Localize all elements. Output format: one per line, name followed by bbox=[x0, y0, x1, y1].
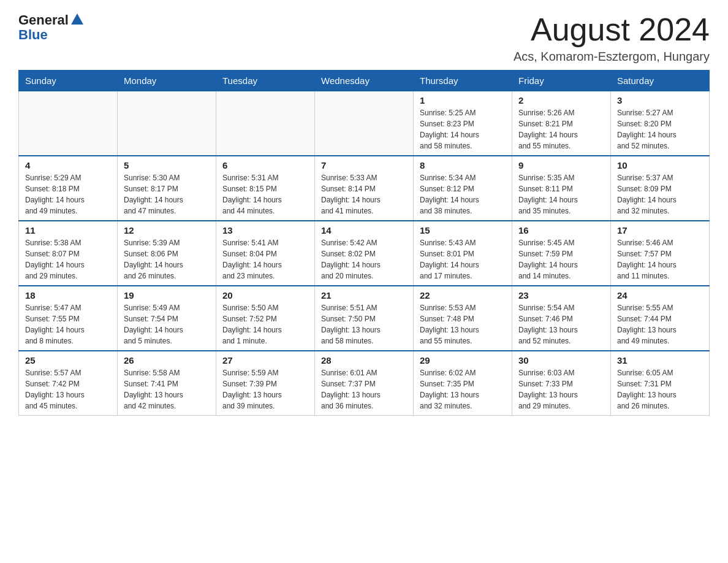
day-number: 5 bbox=[124, 160, 210, 170]
col-header-monday: Monday bbox=[118, 71, 216, 91]
day-number: 6 bbox=[222, 160, 308, 170]
day-number: 31 bbox=[617, 355, 703, 366]
day-info: Sunrise: 5:53 AMSunset: 7:48 PMDaylight:… bbox=[420, 302, 506, 347]
day-info: Sunrise: 5:45 AMSunset: 7:59 PMDaylight:… bbox=[518, 237, 604, 282]
logo: General Blue bbox=[18, 12, 83, 43]
calendar-week-row: 25Sunrise: 5:57 AMSunset: 7:42 PMDayligh… bbox=[19, 351, 710, 416]
calendar-cell bbox=[19, 91, 118, 156]
day-number: 23 bbox=[518, 290, 604, 301]
day-info: Sunrise: 5:43 AMSunset: 8:01 PMDaylight:… bbox=[420, 237, 506, 282]
day-info: Sunrise: 5:31 AMSunset: 8:15 PMDaylight:… bbox=[222, 172, 308, 216]
day-number: 24 bbox=[617, 290, 703, 301]
day-info: Sunrise: 5:41 AMSunset: 8:04 PMDaylight:… bbox=[222, 237, 308, 282]
day-info: Sunrise: 5:47 AMSunset: 7:55 PMDaylight:… bbox=[25, 302, 111, 347]
col-header-saturday: Saturday bbox=[611, 71, 710, 91]
calendar-cell: 2Sunrise: 5:26 AMSunset: 8:21 PMDaylight… bbox=[512, 91, 611, 156]
calendar-cell: 22Sunrise: 5:53 AMSunset: 7:48 PMDayligh… bbox=[414, 286, 512, 351]
day-number: 10 bbox=[617, 160, 703, 170]
day-info: Sunrise: 5:35 AMSunset: 8:11 PMDaylight:… bbox=[518, 172, 604, 216]
day-info: Sunrise: 5:38 AMSunset: 8:07 PMDaylight:… bbox=[25, 237, 111, 282]
day-info: Sunrise: 5:29 AMSunset: 8:18 PMDaylight:… bbox=[25, 172, 111, 216]
day-info: Sunrise: 5:30 AMSunset: 8:17 PMDaylight:… bbox=[124, 172, 210, 216]
calendar-cell: 11Sunrise: 5:38 AMSunset: 8:07 PMDayligh… bbox=[19, 221, 118, 286]
day-number: 29 bbox=[420, 355, 506, 366]
calendar-cell: 7Sunrise: 5:33 AMSunset: 8:14 PMDaylight… bbox=[315, 156, 414, 221]
day-info: Sunrise: 5:46 AMSunset: 7:57 PMDaylight:… bbox=[617, 237, 703, 282]
calendar-cell: 19Sunrise: 5:49 AMSunset: 7:54 PMDayligh… bbox=[118, 286, 216, 351]
logo-triangle-icon bbox=[71, 13, 83, 25]
calendar-cell: 6Sunrise: 5:31 AMSunset: 8:15 PMDaylight… bbox=[216, 156, 315, 221]
calendar-cell: 10Sunrise: 5:37 AMSunset: 8:09 PMDayligh… bbox=[611, 156, 710, 221]
col-header-sunday: Sunday bbox=[19, 71, 118, 91]
day-info: Sunrise: 5:27 AMSunset: 8:20 PMDaylight:… bbox=[617, 107, 703, 151]
calendar-cell: 16Sunrise: 5:45 AMSunset: 7:59 PMDayligh… bbox=[512, 221, 611, 286]
logo-general-text: General bbox=[18, 12, 83, 28]
calendar-cell: 17Sunrise: 5:46 AMSunset: 7:57 PMDayligh… bbox=[611, 221, 710, 286]
calendar-cell: 8Sunrise: 5:34 AMSunset: 8:12 PMDaylight… bbox=[414, 156, 512, 221]
day-info: Sunrise: 5:39 AMSunset: 8:06 PMDaylight:… bbox=[124, 237, 210, 282]
day-info: Sunrise: 5:58 AMSunset: 7:41 PMDaylight:… bbox=[124, 367, 210, 412]
calendar-cell bbox=[118, 91, 216, 156]
title-block: August 2024 Acs, Komarom-Esztergom, Hung… bbox=[514, 12, 710, 64]
calendar-cell: 4Sunrise: 5:29 AMSunset: 8:18 PMDaylight… bbox=[19, 156, 118, 221]
day-number: 22 bbox=[420, 290, 506, 301]
day-info: Sunrise: 5:50 AMSunset: 7:52 PMDaylight:… bbox=[222, 302, 308, 347]
day-number: 14 bbox=[321, 225, 407, 236]
calendar-cell: 23Sunrise: 5:54 AMSunset: 7:46 PMDayligh… bbox=[512, 286, 611, 351]
day-number: 4 bbox=[25, 160, 111, 170]
calendar-week-row: 11Sunrise: 5:38 AMSunset: 8:07 PMDayligh… bbox=[19, 221, 710, 286]
calendar-cell: 27Sunrise: 5:59 AMSunset: 7:39 PMDayligh… bbox=[216, 351, 315, 416]
day-number: 7 bbox=[321, 160, 407, 170]
day-number: 2 bbox=[518, 95, 604, 105]
calendar-week-row: 1Sunrise: 5:25 AMSunset: 8:23 PMDaylight… bbox=[19, 91, 710, 156]
calendar-cell: 30Sunrise: 6:03 AMSunset: 7:33 PMDayligh… bbox=[512, 351, 611, 416]
calendar-subtitle: Acs, Komarom-Esztergom, Hungary bbox=[514, 50, 710, 64]
calendar-cell bbox=[216, 91, 315, 156]
day-number: 25 bbox=[25, 355, 111, 366]
calendar-cell: 20Sunrise: 5:50 AMSunset: 7:52 PMDayligh… bbox=[216, 286, 315, 351]
day-number: 18 bbox=[25, 290, 111, 301]
col-header-friday: Friday bbox=[512, 71, 611, 91]
col-header-wednesday: Wednesday bbox=[315, 71, 414, 91]
calendar-cell: 18Sunrise: 5:47 AMSunset: 7:55 PMDayligh… bbox=[19, 286, 118, 351]
calendar-cell: 1Sunrise: 5:25 AMSunset: 8:23 PMDaylight… bbox=[414, 91, 512, 156]
calendar-header-row: SundayMondayTuesdayWednesdayThursdayFrid… bbox=[19, 71, 710, 91]
day-number: 30 bbox=[518, 355, 604, 366]
calendar-week-row: 18Sunrise: 5:47 AMSunset: 7:55 PMDayligh… bbox=[19, 286, 710, 351]
day-number: 16 bbox=[518, 225, 604, 236]
calendar-cell: 15Sunrise: 5:43 AMSunset: 8:01 PMDayligh… bbox=[414, 221, 512, 286]
day-number: 15 bbox=[420, 225, 506, 236]
calendar-cell: 29Sunrise: 6:02 AMSunset: 7:35 PMDayligh… bbox=[414, 351, 512, 416]
calendar-cell: 9Sunrise: 5:35 AMSunset: 8:11 PMDaylight… bbox=[512, 156, 611, 221]
day-info: Sunrise: 5:54 AMSunset: 7:46 PMDaylight:… bbox=[518, 302, 604, 347]
day-info: Sunrise: 6:02 AMSunset: 7:35 PMDaylight:… bbox=[420, 367, 506, 412]
calendar-title: August 2024 bbox=[514, 12, 710, 47]
day-info: Sunrise: 5:25 AMSunset: 8:23 PMDaylight:… bbox=[420, 107, 506, 151]
day-number: 17 bbox=[617, 225, 703, 236]
day-info: Sunrise: 5:55 AMSunset: 7:44 PMDaylight:… bbox=[617, 302, 703, 347]
day-number: 20 bbox=[222, 290, 308, 301]
calendar-cell: 14Sunrise: 5:42 AMSunset: 8:02 PMDayligh… bbox=[315, 221, 414, 286]
day-info: Sunrise: 5:34 AMSunset: 8:12 PMDaylight:… bbox=[420, 172, 506, 216]
day-number: 28 bbox=[321, 355, 407, 366]
calendar-cell: 5Sunrise: 5:30 AMSunset: 8:17 PMDaylight… bbox=[118, 156, 216, 221]
calendar-cell: 24Sunrise: 5:55 AMSunset: 7:44 PMDayligh… bbox=[611, 286, 710, 351]
calendar-cell: 3Sunrise: 5:27 AMSunset: 8:20 PMDaylight… bbox=[611, 91, 710, 156]
col-header-tuesday: Tuesday bbox=[216, 71, 315, 91]
calendar-table: SundayMondayTuesdayWednesdayThursdayFrid… bbox=[18, 70, 710, 416]
day-info: Sunrise: 5:49 AMSunset: 7:54 PMDaylight:… bbox=[124, 302, 210, 347]
col-header-thursday: Thursday bbox=[414, 71, 512, 91]
calendar-cell: 31Sunrise: 6:05 AMSunset: 7:31 PMDayligh… bbox=[611, 351, 710, 416]
calendar-cell: 26Sunrise: 5:58 AMSunset: 7:41 PMDayligh… bbox=[118, 351, 216, 416]
day-number: 19 bbox=[124, 290, 210, 301]
day-info: Sunrise: 6:03 AMSunset: 7:33 PMDaylight:… bbox=[518, 367, 604, 412]
day-number: 11 bbox=[25, 225, 111, 236]
day-info: Sunrise: 5:26 AMSunset: 8:21 PMDaylight:… bbox=[518, 107, 604, 151]
day-number: 1 bbox=[420, 95, 506, 105]
day-number: 3 bbox=[617, 95, 703, 105]
calendar-cell: 25Sunrise: 5:57 AMSunset: 7:42 PMDayligh… bbox=[19, 351, 118, 416]
day-number: 12 bbox=[124, 225, 210, 236]
day-info: Sunrise: 5:33 AMSunset: 8:14 PMDaylight:… bbox=[321, 172, 407, 216]
day-number: 8 bbox=[420, 160, 506, 170]
day-info: Sunrise: 5:37 AMSunset: 8:09 PMDaylight:… bbox=[617, 172, 703, 216]
